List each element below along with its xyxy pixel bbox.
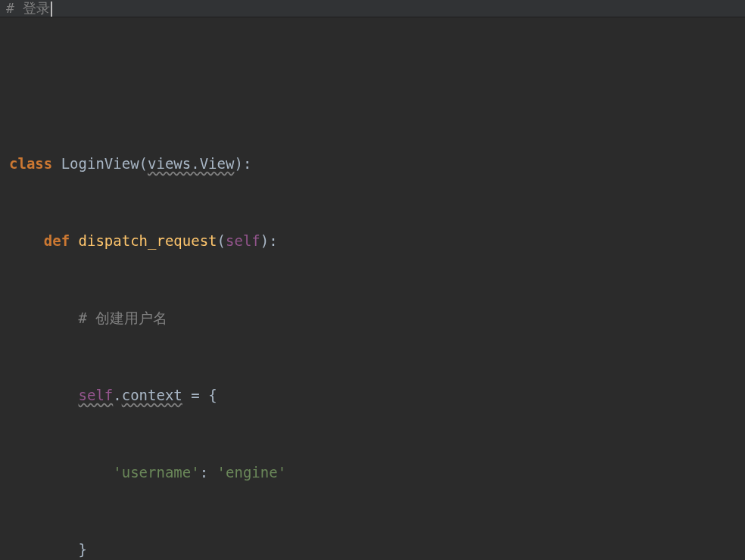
indent bbox=[9, 310, 79, 326]
brace-close: } bbox=[79, 541, 87, 558]
method-name: dispatch_request bbox=[79, 232, 217, 249]
paren: ( bbox=[139, 155, 148, 172]
class-name: LoginView bbox=[61, 155, 139, 172]
code-line[interactable]: # 创建用户名 bbox=[9, 305, 745, 331]
indent bbox=[9, 232, 44, 249]
attr-context: context bbox=[122, 387, 182, 403]
colon: : bbox=[200, 464, 217, 481]
code-editor[interactable]: class LoginView(views.View): def dispatc… bbox=[0, 22, 745, 560]
keyword-class: class bbox=[9, 155, 61, 172]
assign-brace: = { bbox=[182, 387, 217, 403]
code-line[interactable]: 'username': 'engine' bbox=[9, 459, 745, 485]
code-line[interactable]: class LoginView(views.View): bbox=[9, 151, 745, 176]
paren: ): bbox=[234, 155, 251, 172]
indent bbox=[9, 387, 79, 403]
paren: ( bbox=[217, 232, 226, 249]
text-cursor bbox=[51, 2, 52, 17]
keyword-def: def bbox=[44, 232, 79, 249]
comment-text: # 创建用户名 bbox=[79, 310, 168, 326]
dict-key: 'username' bbox=[113, 464, 199, 481]
paren: ): bbox=[260, 232, 278, 249]
blank-line bbox=[9, 73, 745, 99]
dict-val: 'engine' bbox=[217, 464, 287, 481]
code-line[interactable]: def dispatch_request(self): bbox=[9, 228, 745, 254]
self-ref: self bbox=[79, 387, 114, 403]
dot: . bbox=[113, 387, 121, 403]
base-class: views.View bbox=[148, 155, 234, 172]
indent bbox=[9, 541, 79, 558]
editor-banner: # 登录 bbox=[0, 0, 745, 17]
self-param: self bbox=[226, 232, 260, 249]
code-line[interactable]: self.context = { bbox=[9, 382, 745, 408]
indent bbox=[9, 464, 113, 481]
code-line[interactable]: } bbox=[9, 537, 745, 560]
banner-text: # 登录 bbox=[6, 0, 50, 16]
